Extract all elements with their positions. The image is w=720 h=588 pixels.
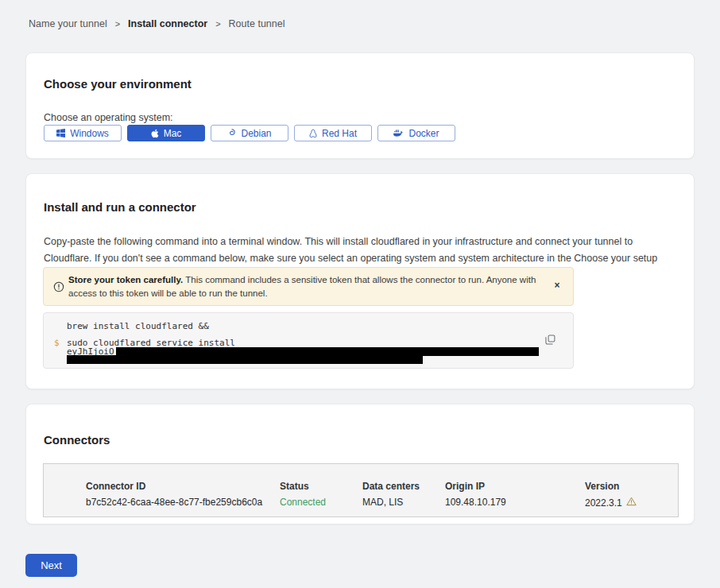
install-card-title: Install and run a connector (44, 200, 196, 214)
copy-command-button[interactable] (544, 333, 557, 349)
os-button-label: Red Hat (322, 128, 357, 139)
data-centers-value: MAD, LIS (362, 497, 403, 508)
breadcrumb-separator: > (215, 19, 220, 29)
environment-card-title: Choose your environment (44, 77, 192, 91)
os-button-redhat[interactable]: Red Hat (294, 125, 372, 141)
install-command-block: brew install cloudflared && $ sudo cloud… (43, 312, 574, 369)
environment-card: Choose your environment Choose an operat… (25, 52, 695, 159)
install-connector-card: Install and run a connector Copy-paste t… (25, 173, 695, 389)
connector-id-value: b7c52c42-6caa-48ee-8c77-fbe259cb6c0a (86, 497, 262, 508)
status-badge: Connected (280, 497, 326, 508)
column-header-data-centers: Data centers (362, 481, 420, 492)
version-number: 2022.3.1 (585, 497, 622, 509)
breadcrumb-item-install-connector[interactable]: Install connector (128, 18, 207, 29)
os-button-debian[interactable]: Debian (211, 125, 288, 141)
dismiss-warning-button[interactable]: × (551, 279, 563, 292)
column-header-connector-id: Connector ID (86, 481, 145, 492)
os-button-label: Windows (70, 128, 109, 139)
windows-logo-icon (56, 129, 65, 137)
apple-logo-icon (151, 129, 159, 138)
next-button[interactable]: Next (25, 554, 77, 577)
breadcrumb-item-name-your-tunnel[interactable]: Name your tunnel (29, 18, 107, 29)
version-warning-icon (626, 497, 637, 509)
column-header-status: Status (280, 481, 309, 492)
breadcrumb-separator: > (115, 19, 120, 29)
os-button-mac[interactable]: Mac (127, 125, 205, 141)
connectors-table: Connector ID Status Data centers Origin … (43, 463, 679, 517)
connectors-card-title: Connectors (44, 433, 110, 447)
os-button-windows[interactable]: Windows (44, 125, 122, 141)
connectors-card: Connectors Connector ID Status Data cent… (25, 404, 695, 524)
redhat-logo-icon (309, 129, 317, 138)
os-button-label: Debian (241, 128, 271, 139)
debian-logo-icon (227, 129, 236, 137)
breadcrumb: Name your tunnel > Install connector > R… (29, 18, 285, 29)
redacted-token-bar (67, 355, 423, 364)
os-button-docker[interactable]: Docker (377, 125, 455, 141)
breadcrumb-item-route-tunnel[interactable]: Route tunnel (229, 18, 285, 29)
column-header-version: Version (585, 481, 619, 492)
warning-message: Store your token carefully. This command… (68, 273, 539, 300)
os-button-label: Docker (408, 128, 439, 139)
terminal-prompt: $ (54, 338, 60, 348)
command-line-1: brew install cloudflared && (67, 321, 209, 331)
origin-ip-value: 109.48.10.179 (445, 497, 506, 508)
column-header-origin-ip: Origin IP (445, 481, 485, 492)
os-button-group: Windows Mac Debian Red Hat (44, 125, 455, 141)
token-warning-banner: Store your token carefully. This command… (43, 267, 574, 306)
docker-logo-icon (393, 129, 404, 137)
copy-icon (545, 335, 555, 347)
alert-circle-icon (53, 281, 64, 296)
os-button-label: Mac (164, 128, 182, 139)
warning-title: Store your token carefully. (68, 275, 183, 284)
version-value: 2022.3.1 (585, 497, 637, 509)
tunnel-setup-page: Name your tunnel > Install connector > R… (0, 0, 720, 588)
os-select-label: Choose an operating system: (44, 112, 173, 123)
